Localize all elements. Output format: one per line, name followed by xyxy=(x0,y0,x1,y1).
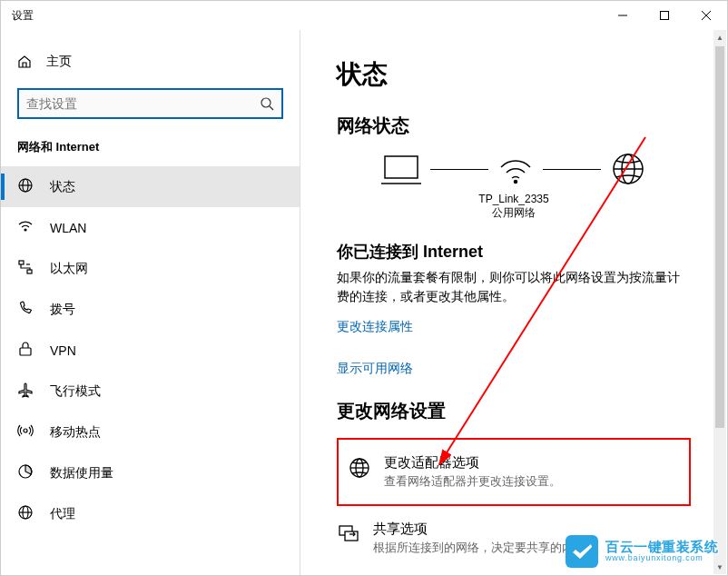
sidebar-item-hotspot[interactable]: 移动热点 xyxy=(1,412,300,452)
data-usage-icon xyxy=(17,463,34,482)
search-input[interactable] xyxy=(26,96,260,111)
search-box[interactable] xyxy=(17,88,283,119)
svg-rect-18 xyxy=(385,156,418,178)
close-button[interactable] xyxy=(685,1,727,30)
sidebar-item-vpn[interactable]: VPN xyxy=(1,330,300,371)
show-available-networks-link[interactable]: 显示可用网络 xyxy=(337,361,691,377)
watermark-url: www.baiyunxitong.com xyxy=(605,554,718,563)
sidebar-item-airplane[interactable]: 飞行模式 xyxy=(1,371,300,412)
svg-point-13 xyxy=(24,429,27,432)
svg-rect-28 xyxy=(345,531,358,541)
connected-heading: 你已连接到 Internet xyxy=(337,241,691,263)
network-name: TP_Link_2335 xyxy=(478,193,548,205)
connected-desc: 如果你的流量套餐有限制，则你可以将此网络设置为按流量计费的连接，或者更改其他属性… xyxy=(337,268,691,306)
sidebar-item-wlan[interactable]: WLAN xyxy=(1,207,300,248)
highlighted-option: 更改适配器选项查看网络适配器并更改连接设置。 xyxy=(337,438,691,506)
svg-rect-12 xyxy=(20,348,31,355)
sidebar-item-label: WLAN xyxy=(50,221,86,235)
scrollbar[interactable]: ▲ ▼ xyxy=(713,30,726,574)
scroll-up-arrow[interactable]: ▲ xyxy=(713,30,726,45)
window-title: 设置 xyxy=(12,8,34,24)
watermark-text: 百云一键重装系统 xyxy=(605,540,718,555)
option-title: 共享选项 xyxy=(373,521,597,538)
minimize-button[interactable] xyxy=(602,1,644,30)
window-titlebar: 设置 xyxy=(1,1,727,30)
option-subtitle: 查看网络适配器并更改连接设置。 xyxy=(384,473,561,490)
scrollbar-thumb[interactable] xyxy=(715,46,724,428)
sharing-icon xyxy=(337,521,360,550)
watermark-logo xyxy=(566,535,598,568)
search-icon xyxy=(260,96,274,111)
sidebar-item-label: 代理 xyxy=(50,506,75,522)
svg-point-20 xyxy=(515,181,517,184)
airplane-icon xyxy=(17,382,34,401)
change-connection-properties-link[interactable]: 更改连接属性 xyxy=(337,319,691,335)
home-link[interactable]: 主页 xyxy=(1,48,300,75)
maximize-button[interactable] xyxy=(644,1,685,30)
option-title: 更改适配器选项 xyxy=(384,454,561,472)
sidebar-item-data-usage[interactable]: 数据使用量 xyxy=(1,452,300,493)
option-subtitle: 根据所连接到的网络，决定要共享的内容。 xyxy=(373,540,597,556)
svg-point-4 xyxy=(261,98,271,107)
change-network-settings-heading: 更改网络设置 xyxy=(337,399,691,423)
hotspot-icon xyxy=(17,422,34,442)
svg-point-9 xyxy=(25,229,26,231)
option-adapter[interactable]: 更改适配器选项查看网络适配器并更改连接设置。 xyxy=(348,447,680,497)
status-icon xyxy=(17,177,34,196)
home-label: 主页 xyxy=(46,54,72,70)
sidebar: 主页 网络和 Internet 状态WLAN以太网拨号VPN飞行模式移动热点数据… xyxy=(1,30,300,575)
ethernet-icon xyxy=(17,259,34,278)
svg-rect-11 xyxy=(27,270,32,273)
svg-rect-1 xyxy=(661,12,669,20)
sidebar-item-label: 拨号 xyxy=(50,302,75,318)
computer-icon xyxy=(381,153,421,185)
adapter-icon xyxy=(348,454,371,483)
sidebar-item-label: 状态 xyxy=(50,179,75,195)
dialup-icon xyxy=(17,300,34,319)
sidebar-item-proxy[interactable]: 代理 xyxy=(1,493,300,534)
sidebar-item-ethernet[interactable]: 以太网 xyxy=(1,248,300,289)
main-panel: 状态 网络状态 TP_Link_2335 公用网络 你已连接到 Internet… xyxy=(300,30,727,575)
svg-line-5 xyxy=(270,106,273,110)
sidebar-item-label: 飞行模式 xyxy=(50,383,101,400)
proxy-icon xyxy=(17,504,34,523)
sidebar-item-status[interactable]: 状态 xyxy=(1,166,300,207)
sidebar-item-label: VPN xyxy=(50,343,76,358)
network-status-heading: 网络状态 xyxy=(337,114,691,138)
svg-rect-10 xyxy=(19,261,24,264)
globe-icon xyxy=(610,151,646,187)
sidebar-item-label: 数据使用量 xyxy=(50,465,113,482)
network-caption: TP_Link_2335 公用网络 xyxy=(337,193,691,221)
wifi-icon xyxy=(497,153,534,185)
home-icon xyxy=(17,55,32,69)
sidebar-section-title: 网络和 Internet xyxy=(1,139,300,166)
watermark: 百云一键重装系统 www.baiyunxitong.com xyxy=(566,535,718,568)
sidebar-item-label: 以太网 xyxy=(50,261,88,277)
network-diagram xyxy=(337,151,691,187)
vpn-icon xyxy=(17,341,34,360)
page-title: 状态 xyxy=(337,57,691,92)
sidebar-item-dialup[interactable]: 拨号 xyxy=(1,289,300,330)
wlan-icon xyxy=(17,218,34,237)
sidebar-item-label: 移动热点 xyxy=(50,424,101,441)
network-type: 公用网络 xyxy=(492,206,536,219)
